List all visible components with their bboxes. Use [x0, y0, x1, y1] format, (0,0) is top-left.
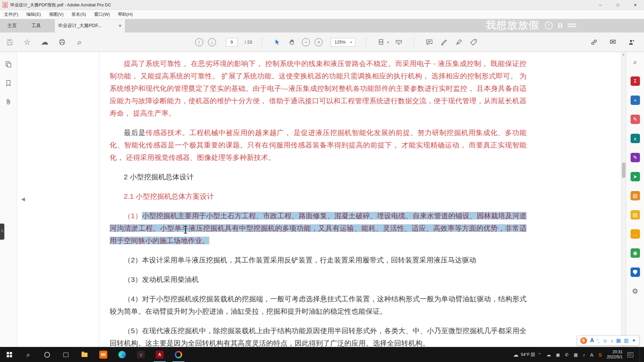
- send-comments-icon[interactable]: ➤: [631, 172, 640, 181]
- paragraph-item2[interactable]: （2）本设计采用单斗液压挖掘机，其工作装置采用反铲装置，行走装置采用履带式，回转…: [110, 254, 527, 266]
- taskbar: ⌕ MI V A ☁ 54°F 阴 ⌃ ☁ ▣ ✆ ▦ ♪ A S 20:31 …: [0, 347, 644, 362]
- page-number-input[interactable]: [226, 38, 237, 47]
- phone-tray-icon[interactable]: ✆: [565, 352, 569, 357]
- hand-tool-button[interactable]: [287, 37, 297, 48]
- hidden-panel-handle[interactable]: [0, 224, 4, 240]
- zoom-in-button[interactable]: ＋: [315, 38, 323, 46]
- mi-app-button[interactable]: MI: [94, 347, 113, 362]
- stamp-tag-button[interactable]: [469, 37, 479, 48]
- v-app-button[interactable]: V: [131, 347, 150, 362]
- show-desktop-button[interactable]: [640, 347, 641, 362]
- stamp-icon[interactable]: ◉: [631, 248, 640, 258]
- device-tray-icon[interactable]: ▣: [556, 352, 560, 357]
- paragraph-reliability[interactable]: 提高了系统可靠性 。在恶劣环境的影响下， 控制系统中的线束和液压管路会不稳定。而…: [110, 57, 527, 119]
- toolbar-options-button[interactable]: [394, 37, 404, 48]
- page-down-button[interactable]: ↓: [208, 38, 216, 46]
- menu-file[interactable]: 文件(F): [0, 10, 22, 19]
- vertical-scrollbar[interactable]: ▲ ▼: [621, 52, 626, 347]
- create-pdf-icon[interactable]: ＋: [631, 96, 640, 105]
- protect-icon[interactable]: [631, 267, 640, 277]
- clock-widget[interactable]: 20:31 2022/5/1: [607, 350, 623, 360]
- send-email-button[interactable]: ✉: [608, 37, 618, 48]
- scroll-up-arrow[interactable]: ▲: [622, 53, 625, 56]
- comment-tool-icon[interactable]: …: [631, 229, 640, 239]
- organize-pages-icon[interactable]: ▥: [631, 191, 640, 200]
- fit-caret-icon[interactable]: ▾: [387, 41, 389, 44]
- zoom-level-select[interactable]: 125% ▾: [331, 38, 356, 47]
- close-button[interactable]: ✕: [627, 0, 644, 10]
- ime-skin-icon[interactable]: ✦: [632, 338, 636, 344]
- share-link-button[interactable]: [589, 37, 599, 48]
- ime-clipboard-icon[interactable]: ▥: [624, 338, 629, 344]
- tab-tools[interactable]: 工具: [24, 19, 48, 33]
- share-people-button[interactable]: [627, 37, 637, 48]
- comment-button[interactable]: [424, 37, 434, 48]
- document-viewport[interactable]: 提高了系统可靠性 。在恶劣环境的影响下， 控制系统中的线束和液压管路会不稳定。而…: [17, 52, 621, 347]
- ime-mode-icon[interactable]: A: [590, 338, 594, 344]
- menu-help[interactable]: 帮助(H): [114, 10, 137, 19]
- paragraph-item4[interactable]: （4）对于小型挖掘机或挖掘装载机的挖掘端，一般可考虑选择悬挂式工作装置，这种结构…: [110, 293, 527, 317]
- star-favorite-button[interactable]: ☆: [22, 37, 32, 48]
- page-up-button[interactable]: ↑: [195, 38, 203, 46]
- paragraph-item5[interactable]: （5）在现代液压挖掘机中，除挖掘装载机上由于结构功能原因使用半回转形式外，各类大…: [110, 324, 527, 347]
- find-icon[interactable]: ⌕: [631, 57, 640, 67]
- volume-icon[interactable]: ♪: [583, 352, 585, 357]
- zoom-out-button[interactable]: −: [302, 38, 310, 46]
- more-tools-icon[interactable]: ⚙: [631, 287, 640, 296]
- menu-edit[interactable]: 编辑(E): [22, 10, 45, 19]
- attachments-icon[interactable]: [5, 98, 12, 106]
- acrobat-app-button[interactable]: A: [150, 347, 169, 362]
- collapse-panel-arrow[interactable]: ◀: [21, 196, 25, 202]
- menu-view[interactable]: 视图(V): [45, 10, 67, 19]
- page-margin-line: [99, 52, 99, 347]
- recorder-app-button[interactable]: [169, 347, 188, 362]
- prepare-form-icon[interactable]: ▤: [631, 210, 640, 220]
- cloud-tray-icon[interactable]: ☁: [546, 352, 551, 357]
- heading-section21[interactable]: 2.1 小型挖掘机总体方案设计: [110, 190, 527, 202]
- bookmarks-icon[interactable]: [5, 79, 12, 87]
- maximize-button[interactable]: □: [609, 0, 627, 10]
- paragraph-item3[interactable]: （3）发动机采用柴油机: [110, 273, 527, 286]
- action-center-icon[interactable]: [628, 352, 633, 357]
- start-button[interactable]: [0, 347, 19, 362]
- keyboard-tray-icon[interactable]: ▦: [574, 352, 578, 357]
- export-pdf-icon[interactable]: ↧: [631, 76, 640, 86]
- sogou-tray-icon[interactable]: S: [598, 352, 602, 358]
- fit-width-button[interactable]: [376, 37, 386, 48]
- menu-sign[interactable]: 签名(S): [67, 10, 90, 19]
- ime-emoji-icon[interactable]: ☺: [602, 338, 607, 344]
- ime-language-icon[interactable]: A: [590, 352, 593, 358]
- search-button[interactable]: ⌕: [74, 37, 85, 48]
- save-button[interactable]: [5, 37, 15, 48]
- minimize-button[interactable]: ─: [592, 0, 609, 10]
- tab-document[interactable]: 毕业设计_大雅PDF... ✕: [54, 19, 125, 33]
- select-tool-button[interactable]: [272, 37, 282, 48]
- paragraph-item1[interactable]: （1）小型挖掘机主要用于小型土石方工程、市政工程、路面修复、混凝土破碎、埋设电缆…: [110, 209, 527, 247]
- weather-widget[interactable]: ☁ 54°F 阴: [511, 352, 538, 358]
- menu-window[interactable]: 窗口(W): [90, 10, 114, 19]
- heading-chapter2[interactable]: 2 小型挖掘机总体设计: [110, 171, 527, 183]
- ime-keyboard-icon[interactable]: ▦: [616, 338, 621, 344]
- ime-voice-icon[interactable]: ♪: [611, 338, 613, 344]
- page-thumbnails-icon[interactable]: [5, 61, 12, 68]
- fill-sign-icon[interactable]: ✎: [631, 153, 640, 162]
- pen-sign-button[interactable]: [454, 37, 464, 48]
- tab-close-icon[interactable]: ✕: [118, 23, 122, 28]
- selected-text[interactable]: 小型挖掘机主要用于小型土石方工程、市政工程、路面修复、混凝土破碎、埋设电缆、自来…: [110, 212, 527, 244]
- task-view-button[interactable]: [56, 347, 75, 362]
- export-excel-icon[interactable]: x: [631, 134, 640, 143]
- hidden-icons-chevron[interactable]: ⌃: [538, 352, 541, 357]
- cortana-button[interactable]: [38, 347, 56, 362]
- cloud-upload-button[interactable]: ☁: [40, 37, 50, 48]
- paragraph-sensor[interactable]: 最后是传感器技术。工程机械中被应用的越来越广， 是促进液压挖掘机智能化发展的前提…: [110, 126, 527, 164]
- scrollbar-thumb[interactable]: [622, 163, 626, 178]
- taskbar-search-button[interactable]: ⌕: [19, 347, 38, 362]
- file-explorer-button[interactable]: [75, 347, 94, 362]
- edit-pdf-icon[interactable]: ✎: [631, 115, 640, 124]
- print-button[interactable]: [57, 37, 67, 48]
- ime-punctuation-icon[interactable]: ’,: [597, 338, 600, 344]
- edge-browser-button[interactable]: [113, 347, 131, 362]
- highlight-button[interactable]: [439, 37, 449, 48]
- sogou-logo-icon[interactable]: S: [580, 337, 587, 344]
- tab-home[interactable]: 主页: [0, 19, 24, 33]
